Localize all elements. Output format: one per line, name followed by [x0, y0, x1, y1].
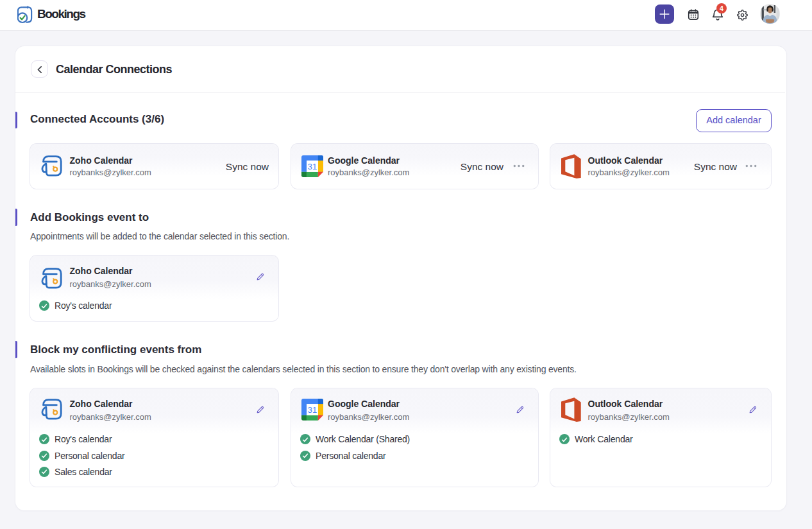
- svg-text:31: 31: [308, 405, 317, 415]
- svg-text:31: 31: [308, 162, 317, 171]
